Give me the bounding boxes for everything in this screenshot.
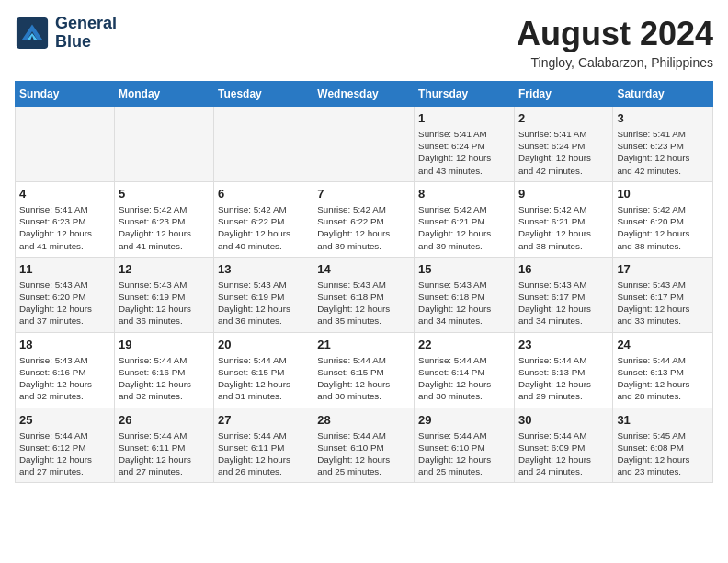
calendar-cell: 15Sunrise: 5:43 AM Sunset: 6:18 PM Dayli… xyxy=(415,257,515,332)
calendar-cell: 10Sunrise: 5:42 AM Sunset: 6:20 PM Dayli… xyxy=(613,181,713,257)
cell-info: Sunrise: 5:42 AM Sunset: 6:20 PM Dayligh… xyxy=(617,203,709,252)
calendar-cell: 12Sunrise: 5:43 AM Sunset: 6:19 PM Dayli… xyxy=(114,257,213,332)
logo-icon xyxy=(15,16,50,51)
calendar-cell: 23Sunrise: 5:44 AM Sunset: 6:13 PM Dayli… xyxy=(514,332,612,408)
cell-info: Sunrise: 5:44 AM Sunset: 6:11 PM Dayligh… xyxy=(218,430,309,478)
cell-info: Sunrise: 5:44 AM Sunset: 6:10 PM Dayligh… xyxy=(317,430,410,478)
calendar-cell xyxy=(16,107,115,182)
calendar-cell: 21Sunrise: 5:44 AM Sunset: 6:15 PM Dayli… xyxy=(313,332,415,408)
cell-info: Sunrise: 5:43 AM Sunset: 6:19 PM Dayligh… xyxy=(119,279,210,327)
calendar-cell: 25Sunrise: 5:44 AM Sunset: 6:12 PM Dayli… xyxy=(16,408,115,483)
day-number: 22 xyxy=(418,338,510,351)
calendar-header: SundayMondayTuesdayWednesdayThursdayFrid… xyxy=(16,82,713,107)
header: General Blue August 2024 Tingloy, Calaba… xyxy=(15,15,713,70)
calendar-cell: 28Sunrise: 5:44 AM Sunset: 6:10 PM Dayli… xyxy=(313,408,415,483)
week-row-1: 1Sunrise: 5:41 AM Sunset: 6:24 PM Daylig… xyxy=(16,107,713,182)
calendar-cell: 11Sunrise: 5:43 AM Sunset: 6:20 PM Dayli… xyxy=(16,257,115,332)
day-number: 15 xyxy=(418,262,510,276)
cell-info: Sunrise: 5:41 AM Sunset: 6:23 PM Dayligh… xyxy=(19,203,110,252)
cell-info: Sunrise: 5:42 AM Sunset: 6:22 PM Dayligh… xyxy=(317,203,410,252)
cell-info: Sunrise: 5:43 AM Sunset: 6:17 PM Dayligh… xyxy=(518,279,609,327)
calendar-cell: 20Sunrise: 5:44 AM Sunset: 6:15 PM Dayli… xyxy=(213,332,313,408)
day-number: 31 xyxy=(617,413,709,427)
week-row-2: 4Sunrise: 5:41 AM Sunset: 6:23 PM Daylig… xyxy=(16,181,713,257)
location: Tingloy, Calabarzon, Philippines xyxy=(517,55,713,70)
day-number: 4 xyxy=(19,187,110,201)
calendar-cell: 14Sunrise: 5:43 AM Sunset: 6:18 PM Dayli… xyxy=(313,257,415,332)
calendar-cell: 19Sunrise: 5:44 AM Sunset: 6:16 PM Dayli… xyxy=(114,332,213,408)
day-number: 24 xyxy=(617,338,709,351)
cell-info: Sunrise: 5:44 AM Sunset: 6:15 PM Dayligh… xyxy=(317,354,410,403)
day-number: 7 xyxy=(317,187,410,201)
calendar-cell: 4Sunrise: 5:41 AM Sunset: 6:23 PM Daylig… xyxy=(16,181,115,257)
cell-info: Sunrise: 5:44 AM Sunset: 6:11 PM Dayligh… xyxy=(119,430,210,478)
day-number: 25 xyxy=(19,413,110,427)
cell-info: Sunrise: 5:44 AM Sunset: 6:16 PM Dayligh… xyxy=(119,354,210,403)
calendar-cell: 17Sunrise: 5:43 AM Sunset: 6:17 PM Dayli… xyxy=(613,257,713,332)
cell-info: Sunrise: 5:42 AM Sunset: 6:22 PM Dayligh… xyxy=(218,203,309,252)
cell-info: Sunrise: 5:43 AM Sunset: 6:16 PM Dayligh… xyxy=(19,354,110,403)
calendar-cell xyxy=(213,107,313,182)
calendar-cell: 6Sunrise: 5:42 AM Sunset: 6:22 PM Daylig… xyxy=(213,181,313,257)
header-cell-sunday: Sunday xyxy=(16,82,115,107)
header-cell-friday: Friday xyxy=(514,82,612,107)
calendar-cell: 7Sunrise: 5:42 AM Sunset: 6:22 PM Daylig… xyxy=(313,181,415,257)
cell-info: Sunrise: 5:42 AM Sunset: 6:23 PM Dayligh… xyxy=(119,203,210,252)
cell-info: Sunrise: 5:42 AM Sunset: 6:21 PM Dayligh… xyxy=(518,203,609,252)
calendar-cell: 30Sunrise: 5:44 AM Sunset: 6:09 PM Dayli… xyxy=(514,408,612,483)
day-number: 2 xyxy=(518,111,609,125)
calendar-cell: 29Sunrise: 5:44 AM Sunset: 6:10 PM Dayli… xyxy=(415,408,515,483)
cell-info: Sunrise: 5:44 AM Sunset: 6:12 PM Dayligh… xyxy=(19,430,110,478)
day-number: 1 xyxy=(418,111,510,125)
cell-info: Sunrise: 5:44 AM Sunset: 6:13 PM Dayligh… xyxy=(617,354,709,403)
day-number: 16 xyxy=(518,262,609,276)
calendar-cell: 18Sunrise: 5:43 AM Sunset: 6:16 PM Dayli… xyxy=(16,332,115,408)
calendar-cell: 9Sunrise: 5:42 AM Sunset: 6:21 PM Daylig… xyxy=(514,181,612,257)
header-cell-tuesday: Tuesday xyxy=(213,82,313,107)
day-number: 14 xyxy=(317,262,410,276)
calendar-cell: 16Sunrise: 5:43 AM Sunset: 6:17 PM Dayli… xyxy=(514,257,612,332)
cell-info: Sunrise: 5:41 AM Sunset: 6:24 PM Dayligh… xyxy=(518,128,609,177)
day-number: 19 xyxy=(119,338,210,351)
calendar-table: SundayMondayTuesdayWednesdayThursdayFrid… xyxy=(15,81,713,483)
cell-info: Sunrise: 5:43 AM Sunset: 6:18 PM Dayligh… xyxy=(317,279,410,327)
month-year: August 2024 xyxy=(517,15,713,53)
day-number: 29 xyxy=(418,413,510,427)
cell-info: Sunrise: 5:41 AM Sunset: 6:23 PM Dayligh… xyxy=(617,128,709,177)
calendar-cell: 13Sunrise: 5:43 AM Sunset: 6:19 PM Dayli… xyxy=(213,257,313,332)
day-number: 17 xyxy=(617,262,709,276)
logo-line2: Blue xyxy=(55,33,117,52)
header-cell-monday: Monday xyxy=(114,82,213,107)
cell-info: Sunrise: 5:42 AM Sunset: 6:21 PM Dayligh… xyxy=(418,203,510,252)
cell-info: Sunrise: 5:44 AM Sunset: 6:10 PM Dayligh… xyxy=(418,430,510,478)
cell-info: Sunrise: 5:43 AM Sunset: 6:19 PM Dayligh… xyxy=(218,279,309,327)
header-cell-saturday: Saturday xyxy=(613,82,713,107)
calendar-cell xyxy=(313,107,415,182)
day-number: 3 xyxy=(617,111,709,125)
calendar-cell: 31Sunrise: 5:45 AM Sunset: 6:08 PM Dayli… xyxy=(613,408,713,483)
day-number: 18 xyxy=(19,338,110,351)
day-number: 23 xyxy=(518,338,609,351)
calendar-cell xyxy=(114,107,213,182)
calendar-cell: 22Sunrise: 5:44 AM Sunset: 6:14 PM Dayli… xyxy=(415,332,515,408)
day-number: 28 xyxy=(317,413,410,427)
cell-info: Sunrise: 5:43 AM Sunset: 6:20 PM Dayligh… xyxy=(19,279,110,327)
calendar-cell: 3Sunrise: 5:41 AM Sunset: 6:23 PM Daylig… xyxy=(613,107,713,182)
day-number: 9 xyxy=(518,187,609,201)
calendar-body: 1Sunrise: 5:41 AM Sunset: 6:24 PM Daylig… xyxy=(16,107,713,483)
logo-line1: General xyxy=(55,15,117,33)
cell-info: Sunrise: 5:43 AM Sunset: 6:17 PM Dayligh… xyxy=(617,279,709,327)
cell-info: Sunrise: 5:44 AM Sunset: 6:09 PM Dayligh… xyxy=(518,430,609,478)
day-number: 11 xyxy=(19,262,110,276)
week-row-3: 11Sunrise: 5:43 AM Sunset: 6:20 PM Dayli… xyxy=(16,257,713,332)
cell-info: Sunrise: 5:44 AM Sunset: 6:14 PM Dayligh… xyxy=(418,354,510,403)
calendar-cell: 26Sunrise: 5:44 AM Sunset: 6:11 PM Dayli… xyxy=(114,408,213,483)
day-number: 20 xyxy=(218,338,309,351)
day-number: 10 xyxy=(617,187,709,201)
calendar-cell: 8Sunrise: 5:42 AM Sunset: 6:21 PM Daylig… xyxy=(415,181,515,257)
header-cell-thursday: Thursday xyxy=(415,82,515,107)
cell-info: Sunrise: 5:44 AM Sunset: 6:13 PM Dayligh… xyxy=(518,354,609,403)
week-row-4: 18Sunrise: 5:43 AM Sunset: 6:16 PM Dayli… xyxy=(16,332,713,408)
calendar-cell: 27Sunrise: 5:44 AM Sunset: 6:11 PM Dayli… xyxy=(213,408,313,483)
day-number: 27 xyxy=(218,413,309,427)
